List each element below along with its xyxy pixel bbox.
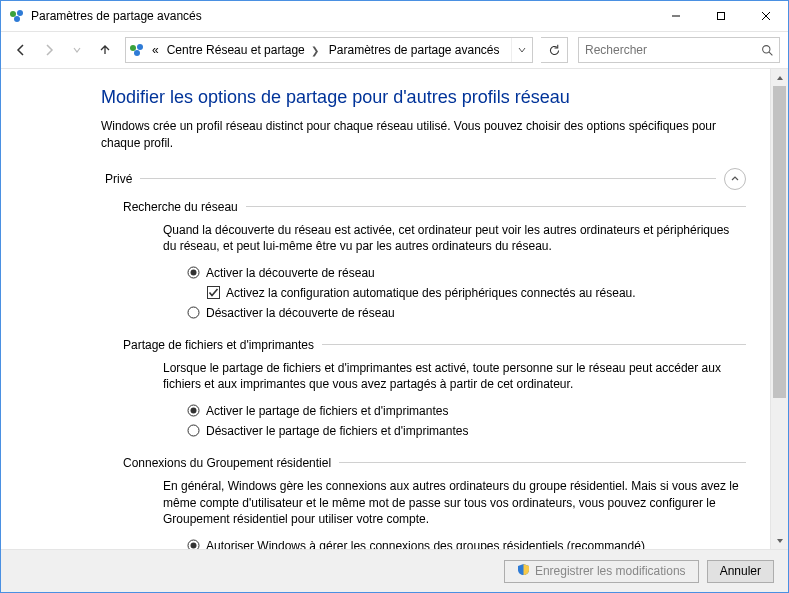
- button-label: Enregistrer les modifications: [535, 564, 686, 578]
- radio-enable-discovery[interactable]: Activer la découverte de réseau: [187, 265, 743, 282]
- cancel-button[interactable]: Annuler: [707, 560, 774, 583]
- section-header: Recherche du réseau: [123, 200, 746, 214]
- page-title: Modifier les options de partage pour d'a…: [101, 87, 746, 108]
- svg-line-11: [769, 52, 772, 55]
- search-input[interactable]: [579, 43, 755, 57]
- radio-label: Autoriser Windows à gérer les connexions…: [206, 538, 645, 549]
- divider: [339, 462, 746, 463]
- svg-point-13: [191, 270, 197, 276]
- svg-rect-4: [717, 13, 724, 20]
- shield-icon: [517, 563, 530, 579]
- svg-point-10: [762, 45, 769, 52]
- radio-selected-icon: [187, 539, 200, 549]
- svg-point-1: [17, 10, 23, 16]
- section-description: Lorsque le partage de fichiers et d'impr…: [163, 360, 743, 394]
- network-sharing-icon: [9, 8, 25, 24]
- nav-recent-dropdown[interactable]: [65, 38, 89, 62]
- chevron-right-icon[interactable]: ❯: [309, 45, 321, 56]
- svg-point-7: [130, 45, 136, 51]
- divider: [246, 206, 746, 207]
- breadcrumb-item[interactable]: Paramètres de partage avancés: [325, 38, 504, 62]
- radio-selected-icon: [187, 404, 200, 417]
- svg-point-0: [10, 11, 16, 17]
- checkbox-label: Activez la configuration automatique des…: [226, 285, 636, 302]
- content-area: Modifier les options de partage pour d'a…: [1, 69, 788, 549]
- profile-label: Privé: [105, 172, 140, 186]
- radio-label: Activer la découverte de réseau: [206, 265, 375, 282]
- section-network-discovery: Recherche du réseau Quand la découverte …: [123, 200, 746, 322]
- address-history-dropdown[interactable]: [511, 38, 532, 62]
- button-label: Annuler: [720, 564, 761, 578]
- radio-selected-icon: [187, 266, 200, 279]
- minimize-button[interactable]: [653, 1, 698, 31]
- svg-point-18: [188, 425, 199, 436]
- breadcrumb-label: Paramètres de partage avancés: [329, 43, 500, 57]
- window-frame: Paramètres de partage avancés: [0, 0, 789, 593]
- section-title: Recherche du réseau: [123, 200, 246, 214]
- section-homegroup: Connexions du Groupement résidentiel En …: [123, 456, 746, 549]
- radio-homegroup-windows[interactable]: Autoriser Windows à gérer les connexions…: [187, 538, 743, 549]
- section-header: Partage de fichiers et d'imprimantes: [123, 338, 746, 352]
- section-description: Quand la découverte du réseau est activé…: [163, 222, 743, 256]
- checkbox-checked-icon: [207, 286, 220, 299]
- maximize-button[interactable]: [698, 1, 743, 31]
- save-changes-button[interactable]: Enregistrer les modifications: [504, 560, 699, 583]
- nav-forward-button[interactable]: [37, 38, 61, 62]
- nav-up-button[interactable]: [93, 38, 117, 62]
- breadcrumb-label: Centre Réseau et partage: [167, 43, 305, 57]
- search-icon[interactable]: [755, 44, 779, 57]
- svg-point-20: [191, 543, 197, 549]
- profile-header-prive[interactable]: Privé: [105, 168, 746, 190]
- breadcrumb-prefix[interactable]: «: [148, 38, 163, 62]
- scroll-down-button[interactable]: [771, 532, 788, 549]
- section-title: Connexions du Groupement résidentiel: [123, 456, 339, 470]
- radio-unselected-icon: [187, 424, 200, 437]
- divider: [140, 178, 716, 179]
- section-header: Connexions du Groupement résidentiel: [123, 456, 746, 470]
- search-box[interactable]: [578, 37, 780, 63]
- nav-back-button[interactable]: [9, 38, 33, 62]
- breadcrumb-item[interactable]: Centre Réseau et partage ❯: [163, 38, 325, 62]
- page-description: Windows crée un profil réseau distinct p…: [101, 118, 741, 152]
- checkbox-auto-config[interactable]: Activez la configuration automatique des…: [207, 285, 743, 302]
- network-sharing-icon: [126, 42, 148, 58]
- radio-disable-discovery[interactable]: Désactiver la découverte de réseau: [187, 305, 743, 322]
- radio-label: Activer le partage de fichiers et d'impr…: [206, 403, 448, 420]
- radio-unselected-icon: [187, 306, 200, 319]
- scroll-up-button[interactable]: [771, 69, 788, 86]
- svg-point-9: [134, 50, 140, 56]
- svg-point-15: [188, 307, 199, 318]
- scroll-thumb[interactable]: [773, 86, 786, 398]
- radio-disable-sharing[interactable]: Désactiver le partage de fichiers et d'i…: [187, 423, 743, 440]
- scroll-track[interactable]: [771, 86, 788, 532]
- nav-toolbar: « Centre Réseau et partage ❯ Paramètres …: [1, 32, 788, 69]
- divider: [322, 344, 746, 345]
- section-description: En général, Windows gère les connexions …: [163, 478, 743, 528]
- address-bar[interactable]: « Centre Réseau et partage ❯ Paramètres …: [125, 37, 533, 63]
- section-file-printer-sharing: Partage de fichiers et d'imprimantes Lor…: [123, 338, 746, 440]
- titlebar: Paramètres de partage avancés: [1, 1, 788, 32]
- svg-point-2: [14, 16, 20, 22]
- window-title: Paramètres de partage avancés: [31, 9, 202, 23]
- svg-point-17: [191, 408, 197, 414]
- refresh-button[interactable]: [541, 37, 568, 63]
- radio-label: Désactiver la découverte de réseau: [206, 305, 395, 322]
- window-controls: [653, 1, 788, 31]
- footer-bar: Enregistrer les modifications Annuler: [1, 549, 788, 592]
- collapse-icon[interactable]: [724, 168, 746, 190]
- vertical-scrollbar[interactable]: [770, 69, 788, 549]
- radio-label: Désactiver le partage de fichiers et d'i…: [206, 423, 468, 440]
- close-button[interactable]: [743, 1, 788, 31]
- svg-point-8: [137, 44, 143, 50]
- content-scroll: Modifier les options de partage pour d'a…: [1, 69, 770, 549]
- section-title: Partage de fichiers et d'imprimantes: [123, 338, 322, 352]
- radio-enable-sharing[interactable]: Activer le partage de fichiers et d'impr…: [187, 403, 743, 420]
